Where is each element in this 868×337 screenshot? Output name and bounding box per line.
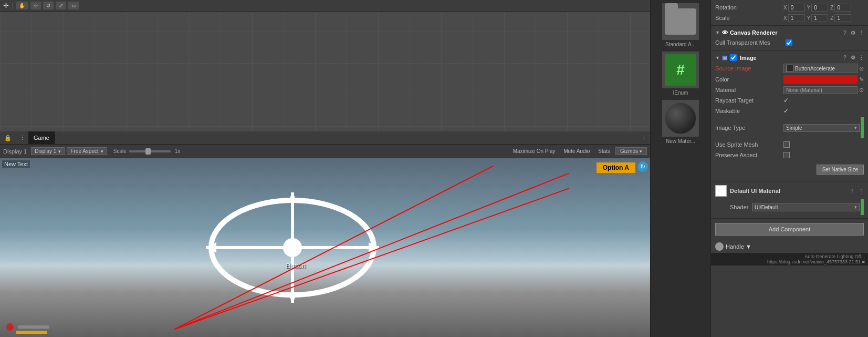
move-tool-btn[interactable]: ⊹ xyxy=(30,2,41,9)
image-settings[interactable]: ⚙ xyxy=(851,55,855,60)
rotation-y-input[interactable] xyxy=(811,4,828,12)
color-field[interactable] xyxy=(783,75,857,84)
option-a-button[interactable]: Option A xyxy=(597,162,635,173)
scale-slider[interactable] xyxy=(129,150,171,152)
shader-green-bar xyxy=(861,199,864,215)
rotation-z-label: Z xyxy=(830,5,833,11)
gizmos-dropdown[interactable]: Gizmos xyxy=(615,147,647,155)
transform-section: Rotation X Y Z Scal xyxy=(711,0,868,26)
scale-x-label: X xyxy=(783,15,787,21)
folder-thumb xyxy=(662,3,699,40)
canvas-renderer-settings[interactable]: ⚙ xyxy=(851,30,855,36)
refresh-icon[interactable]: ↻ xyxy=(637,161,648,172)
red-dot-indicator xyxy=(6,323,14,331)
hash-icon: # xyxy=(665,54,696,86)
svg-marker-5 xyxy=(287,192,298,203)
rotation-row: Rotation X Y Z xyxy=(715,2,864,13)
raycast-row: Raycast Target ✓ xyxy=(715,95,864,106)
maximize-on-play-btn[interactable]: Maximize On Play xyxy=(510,147,559,155)
display-dropdown[interactable]: Display 1 xyxy=(31,147,65,155)
scale-value: 1x xyxy=(175,148,181,154)
scale-z-input[interactable] xyxy=(834,14,851,22)
display-number: Display 1 xyxy=(35,148,56,154)
bottom-status: Auto Generate Lighting Off... https://bl… xyxy=(711,253,868,265)
game-tab-label: Game xyxy=(34,135,49,141)
lock-btn[interactable]: 🔒 xyxy=(0,135,16,141)
scale-text: Scale xyxy=(113,148,127,154)
material-preview xyxy=(715,185,727,197)
image-component-section: ▼ ▣ Image ? ⚙ ⋮ Source Image ButtonAccel… xyxy=(711,50,868,181)
default-ui-material-section: Default UI Material ? ⋮ Shader UI/Defaul… xyxy=(711,181,868,219)
game-tab[interactable]: Game xyxy=(28,131,55,144)
scale-x-input[interactable] xyxy=(788,14,805,22)
asset-item-hash[interactable]: # IEnum xyxy=(657,52,704,96)
use-sprite-mesh-label: Use Sprite Mesh xyxy=(715,141,783,148)
canvas-renderer-arrow: ▼ xyxy=(715,30,720,35)
scale-tool-btn[interactable]: ⤢ xyxy=(56,2,66,9)
color-row: Color ✎ xyxy=(715,74,864,85)
move-gizmo xyxy=(203,190,382,305)
raycast-checkmark: ✓ xyxy=(783,97,789,104)
source-image-field[interactable]: ButtonAccelerate xyxy=(783,64,857,73)
tab-more-btn[interactable]: ⋮ xyxy=(638,135,650,141)
add-component-btn[interactable]: Add Component xyxy=(715,223,864,236)
asset-item-folder[interactable]: Standard A... xyxy=(657,3,704,47)
option-a-label: Option A xyxy=(603,164,629,171)
eye-icon: 👁 xyxy=(722,29,728,36)
rotate-tool-btn[interactable]: ↺ xyxy=(43,2,54,9)
status-url: https://blog.csdn.net/weixin_45757333 xyxy=(767,259,848,264)
preserve-aspect-row: Preserve Aspect xyxy=(715,150,864,160)
image-arrow: ▼ xyxy=(715,55,720,60)
source-image-value: ButtonAccelerate xyxy=(795,66,835,72)
material-field[interactable]: None (Material) xyxy=(783,86,857,94)
divider xyxy=(12,2,13,9)
cull-checkbox[interactable] xyxy=(786,39,792,46)
mute-audio-btn[interactable]: Mute Audio xyxy=(560,147,593,155)
folder-icon xyxy=(665,8,696,35)
asset-item-sphere[interactable]: New Mater... xyxy=(657,100,704,144)
stats-btn[interactable]: Stats xyxy=(595,147,613,155)
preserve-aspect-checkbox[interactable] xyxy=(783,152,790,158)
asset-label-1: IEnum xyxy=(673,90,688,96)
scale-z-field: Z xyxy=(830,14,851,22)
hand-tool-btn[interactable]: ✋ xyxy=(16,2,28,9)
image-type-dropdown[interactable]: Simple ▾ xyxy=(783,124,860,132)
display-label: Display 1 xyxy=(3,148,27,155)
use-sprite-mesh-checkbox[interactable] xyxy=(783,141,790,148)
image-more[interactable]: ⋮ xyxy=(859,55,864,60)
rotation-y-label: Y xyxy=(807,5,811,11)
shader-dropdown[interactable]: UI/Default ▾ xyxy=(752,203,860,211)
rotation-x-input[interactable] xyxy=(788,4,805,12)
image-header: ▼ ▣ Image ? ⚙ ⋮ xyxy=(715,53,864,63)
canvas-renderer-more[interactable]: ⋮ xyxy=(859,30,864,36)
rotation-xyz: X Y Z xyxy=(783,4,864,12)
rotation-z-input[interactable] xyxy=(834,4,851,12)
canvas-renderer-help[interactable]: ? xyxy=(843,30,846,36)
scale-label: Scale xyxy=(715,15,783,21)
image-help[interactable]: ? xyxy=(843,55,846,60)
game-panel: 🔒 ⋮ Game ⋮ Display 1 Display 1 Free Aspe… xyxy=(0,131,650,337)
material-picker[interactable]: ⊙ xyxy=(859,87,864,94)
bottom-status-bar xyxy=(6,323,49,331)
add-component-label: Add Component xyxy=(769,226,811,232)
handle-label[interactable]: Handle ▼ xyxy=(726,243,751,250)
scene-view: ✛ ✋ ⊹ ↺ ⤢ ▭ xyxy=(0,0,650,131)
rect-tool-btn[interactable]: ▭ xyxy=(68,2,79,9)
scale-y-input[interactable] xyxy=(811,14,828,22)
sphere-thumb xyxy=(662,100,699,137)
material-section-title: Default UI Material xyxy=(730,188,780,194)
new-text-label: New Text xyxy=(2,160,30,168)
source-img-preview xyxy=(786,65,793,72)
canvas-renderer-title: Canvas Renderer xyxy=(730,29,778,36)
image-enabled-checkbox[interactable] xyxy=(730,54,737,61)
svg-marker-6 xyxy=(287,292,298,303)
material-section-more[interactable]: ⋮ xyxy=(859,188,864,194)
color-label: Color xyxy=(715,76,783,83)
main-window: ✛ ✋ ⊹ ↺ ⤢ ▭ 🔒 ⋮ Game ⋮ Display xyxy=(0,0,868,337)
dots-icon[interactable]: ⋮ xyxy=(16,135,28,141)
source-image-picker[interactable]: ⊙ xyxy=(859,65,864,72)
material-help[interactable]: ? xyxy=(850,188,853,194)
set-native-size-btn[interactable]: Set Native Size xyxy=(817,165,864,175)
color-picker-icon[interactable]: ✎ xyxy=(859,76,864,83)
aspect-dropdown[interactable]: Free Aspect xyxy=(67,147,107,155)
